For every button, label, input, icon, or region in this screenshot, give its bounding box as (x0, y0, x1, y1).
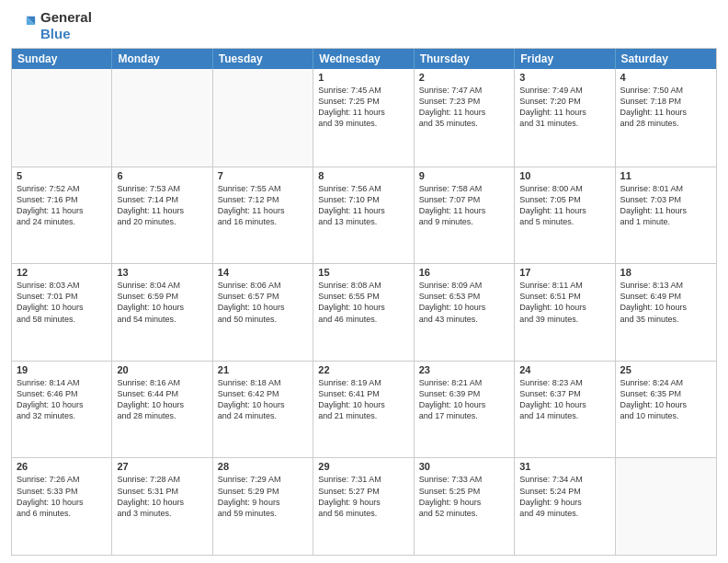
day-number: 19 (17, 364, 107, 375)
calendar-day-15: 15Sunrise: 8:08 AM Sunset: 6:55 PM Dayli… (313, 264, 414, 361)
calendar-empty-cell (616, 458, 716, 555)
day-info: Sunrise: 8:23 AM Sunset: 6:37 PM Dayligh… (519, 377, 609, 422)
header: General Blue (11, 9, 717, 42)
day-info: Sunrise: 7:28 AM Sunset: 5:31 PM Dayligh… (117, 474, 207, 519)
day-number: 1 (318, 72, 408, 83)
day-info: Sunrise: 7:45 AM Sunset: 7:25 PM Dayligh… (318, 85, 408, 130)
calendar-day-25: 25Sunrise: 8:24 AM Sunset: 6:35 PM Dayli… (616, 362, 716, 458)
day-info: Sunrise: 8:18 AM Sunset: 6:42 PM Dayligh… (218, 377, 308, 422)
calendar-day-7: 7Sunrise: 7:55 AM Sunset: 7:12 PM Daylig… (213, 167, 313, 264)
day-info: Sunrise: 7:29 AM Sunset: 5:29 PM Dayligh… (218, 474, 308, 519)
day-info: Sunrise: 8:09 AM Sunset: 6:53 PM Dayligh… (419, 280, 509, 325)
day-info: Sunrise: 7:52 AM Sunset: 7:16 PM Dayligh… (17, 183, 107, 228)
calendar-week-2: 5Sunrise: 7:52 AM Sunset: 7:16 PM Daylig… (12, 167, 716, 264)
day-number: 4 (620, 72, 711, 83)
weekday-header-thursday: Thursday (415, 49, 515, 69)
calendar-day-14: 14Sunrise: 8:06 AM Sunset: 6:57 PM Dayli… (213, 264, 313, 361)
day-number: 6 (117, 170, 207, 181)
day-info: Sunrise: 7:50 AM Sunset: 7:18 PM Dayligh… (620, 85, 711, 130)
calendar-day-16: 16Sunrise: 8:09 AM Sunset: 6:53 PM Dayli… (415, 264, 515, 361)
day-info: Sunrise: 8:24 AM Sunset: 6:35 PM Dayligh… (620, 377, 711, 422)
calendar-week-1: 1Sunrise: 7:45 AM Sunset: 7:25 PM Daylig… (12, 69, 716, 167)
day-number: 3 (519, 72, 609, 83)
logo: General Blue (11, 9, 92, 42)
day-number: 27 (117, 461, 207, 472)
day-info: Sunrise: 8:03 AM Sunset: 7:01 PM Dayligh… (17, 280, 107, 325)
calendar-day-8: 8Sunrise: 7:56 AM Sunset: 7:10 PM Daylig… (313, 167, 414, 264)
calendar-day-20: 20Sunrise: 8:16 AM Sunset: 6:44 PM Dayli… (112, 362, 212, 458)
day-info: Sunrise: 7:47 AM Sunset: 7:23 PM Dayligh… (419, 85, 509, 130)
calendar-day-12: 12Sunrise: 8:03 AM Sunset: 7:01 PM Dayli… (12, 264, 112, 361)
day-number: 30 (419, 461, 509, 472)
calendar-day-17: 17Sunrise: 8:11 AM Sunset: 6:51 PM Dayli… (515, 264, 615, 361)
day-info: Sunrise: 8:00 AM Sunset: 7:05 PM Dayligh… (519, 183, 609, 228)
day-number: 8 (318, 170, 408, 181)
day-info: Sunrise: 7:56 AM Sunset: 7:10 PM Dayligh… (318, 183, 408, 228)
calendar-day-1: 1Sunrise: 7:45 AM Sunset: 7:25 PM Daylig… (313, 69, 414, 167)
calendar-day-11: 11Sunrise: 8:01 AM Sunset: 7:03 PM Dayli… (616, 167, 716, 264)
weekday-header-sunday: Sunday (12, 49, 112, 69)
calendar-day-13: 13Sunrise: 8:04 AM Sunset: 6:59 PM Dayli… (112, 264, 212, 361)
calendar-day-18: 18Sunrise: 8:13 AM Sunset: 6:49 PM Dayli… (616, 264, 716, 361)
calendar-day-3: 3Sunrise: 7:49 AM Sunset: 7:20 PM Daylig… (515, 69, 615, 167)
day-number: 22 (318, 364, 408, 375)
day-info: Sunrise: 7:34 AM Sunset: 5:24 PM Dayligh… (519, 474, 609, 519)
calendar-day-19: 19Sunrise: 8:14 AM Sunset: 6:46 PM Dayli… (12, 362, 112, 458)
calendar-empty-cell (112, 69, 212, 167)
day-number: 23 (419, 364, 509, 375)
day-info: Sunrise: 7:26 AM Sunset: 5:33 PM Dayligh… (17, 474, 107, 519)
day-info: Sunrise: 7:53 AM Sunset: 7:14 PM Dayligh… (117, 183, 207, 228)
day-info: Sunrise: 8:13 AM Sunset: 6:49 PM Dayligh… (620, 280, 711, 325)
day-number: 11 (620, 170, 711, 181)
day-number: 17 (519, 267, 609, 278)
day-number: 21 (218, 364, 308, 375)
calendar-day-9: 9Sunrise: 7:58 AM Sunset: 7:07 PM Daylig… (415, 167, 515, 264)
day-number: 10 (519, 170, 609, 181)
day-info: Sunrise: 7:55 AM Sunset: 7:12 PM Dayligh… (218, 183, 308, 228)
calendar-header: SundayMondayTuesdayWednesdayThursdayFrid… (12, 49, 716, 69)
day-info: Sunrise: 8:04 AM Sunset: 6:59 PM Dayligh… (117, 280, 207, 325)
calendar-day-5: 5Sunrise: 7:52 AM Sunset: 7:16 PM Daylig… (12, 167, 112, 264)
calendar-day-30: 30Sunrise: 7:33 AM Sunset: 5:25 PM Dayli… (415, 458, 515, 555)
logo-text: General Blue (40, 9, 92, 42)
day-info: Sunrise: 8:21 AM Sunset: 6:39 PM Dayligh… (419, 377, 509, 422)
calendar-day-2: 2Sunrise: 7:47 AM Sunset: 7:23 PM Daylig… (415, 69, 515, 167)
weekday-header-monday: Monday (112, 49, 212, 69)
day-number: 28 (218, 461, 308, 472)
calendar-body: 1Sunrise: 7:45 AM Sunset: 7:25 PM Daylig… (12, 69, 716, 555)
day-number: 9 (419, 170, 509, 181)
calendar-day-26: 26Sunrise: 7:26 AM Sunset: 5:33 PM Dayli… (12, 458, 112, 555)
day-info: Sunrise: 7:58 AM Sunset: 7:07 PM Dayligh… (419, 183, 509, 228)
calendar: SundayMondayTuesdayWednesdayThursdayFrid… (11, 48, 717, 556)
calendar-day-23: 23Sunrise: 8:21 AM Sunset: 6:39 PM Dayli… (415, 362, 515, 458)
day-info: Sunrise: 7:49 AM Sunset: 7:20 PM Dayligh… (519, 85, 609, 130)
calendar-week-4: 19Sunrise: 8:14 AM Sunset: 6:46 PM Dayli… (12, 361, 716, 458)
calendar-day-24: 24Sunrise: 8:23 AM Sunset: 6:37 PM Dayli… (515, 362, 615, 458)
day-info: Sunrise: 7:31 AM Sunset: 5:27 PM Dayligh… (318, 474, 408, 519)
calendar-week-5: 26Sunrise: 7:26 AM Sunset: 5:33 PM Dayli… (12, 457, 716, 555)
calendar-week-3: 12Sunrise: 8:03 AM Sunset: 7:01 PM Dayli… (12, 263, 716, 361)
calendar-day-28: 28Sunrise: 7:29 AM Sunset: 5:29 PM Dayli… (213, 458, 313, 555)
day-number: 13 (117, 267, 207, 278)
calendar-day-22: 22Sunrise: 8:19 AM Sunset: 6:41 PM Dayli… (313, 362, 414, 458)
day-number: 5 (17, 170, 107, 181)
weekday-header-tuesday: Tuesday (213, 49, 313, 69)
day-info: Sunrise: 8:06 AM Sunset: 6:57 PM Dayligh… (218, 280, 308, 325)
day-info: Sunrise: 8:01 AM Sunset: 7:03 PM Dayligh… (620, 183, 711, 228)
calendar-day-27: 27Sunrise: 7:28 AM Sunset: 5:31 PM Dayli… (112, 458, 212, 555)
day-number: 18 (620, 267, 711, 278)
calendar-day-10: 10Sunrise: 8:00 AM Sunset: 7:05 PM Dayli… (515, 167, 615, 264)
weekday-header-saturday: Saturday (616, 49, 716, 69)
calendar-empty-cell (12, 69, 112, 167)
day-number: 26 (17, 461, 107, 472)
weekday-header-wednesday: Wednesday (313, 49, 414, 69)
day-number: 20 (117, 364, 207, 375)
day-number: 24 (519, 364, 609, 375)
calendar-day-31: 31Sunrise: 7:34 AM Sunset: 5:24 PM Dayli… (515, 458, 615, 555)
calendar-day-4: 4Sunrise: 7:50 AM Sunset: 7:18 PM Daylig… (616, 69, 716, 167)
day-number: 31 (519, 461, 609, 472)
day-number: 7 (218, 170, 308, 181)
calendar-container: General Blue SundayMondayTuesdayWednesda… (0, 0, 728, 563)
day-number: 2 (419, 72, 509, 83)
day-number: 12 (17, 267, 107, 278)
